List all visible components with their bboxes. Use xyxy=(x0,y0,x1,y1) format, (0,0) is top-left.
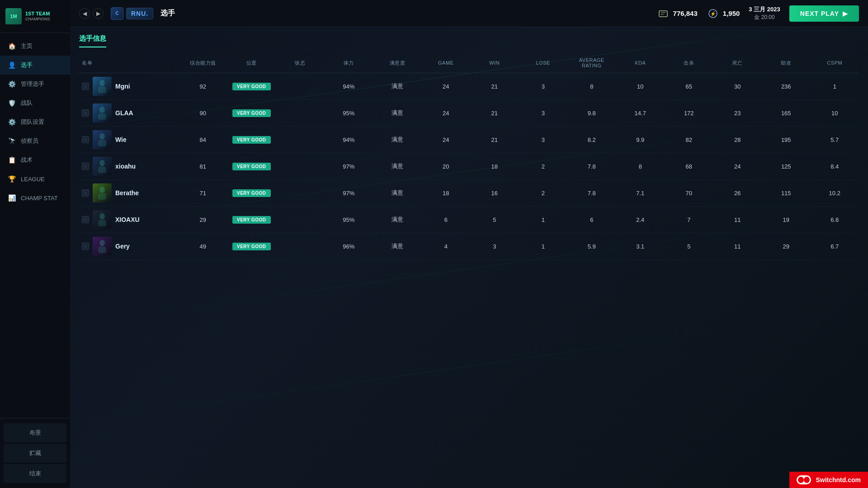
sidebar-item-home[interactable]: 🏠主页 xyxy=(0,37,70,56)
cell-3-0: 94% xyxy=(325,73,373,100)
player-name-cell-1: - GLAA xyxy=(79,100,179,127)
bottom-btn-quit[interactable]: 结束 xyxy=(4,464,66,483)
cell-13-4: 10.2 xyxy=(811,180,859,206)
header-stats: 776,843 ⚡ 1,950 3 三月 2023 金 20:00 NEXT P… xyxy=(657,5,859,22)
cell-13-2: 5.7 xyxy=(811,127,859,153)
cell-11-2: 28 xyxy=(713,127,762,153)
player-name-text-4: Berathe xyxy=(115,189,139,197)
back-button[interactable]: ◀ xyxy=(79,8,90,19)
cell-12-2: 195 xyxy=(762,127,811,153)
cell-7-6: 1 xyxy=(519,233,568,260)
cell-4-2: 满意 xyxy=(373,127,422,153)
cell-11-4: 26 xyxy=(713,180,762,206)
nav-label-champ-stat: CHAMP STAT xyxy=(21,195,58,202)
col-header-7: WIN xyxy=(470,53,519,73)
sidebar-item-players[interactable]: 👤选手 xyxy=(0,56,70,75)
cell-2-1 xyxy=(276,100,325,127)
player-avatar-2 xyxy=(93,130,112,149)
player-name-text-0: Mgni xyxy=(115,83,130,90)
next-play-button[interactable]: NEXT PLAY ▶ xyxy=(789,5,859,22)
bottom-btn-hide[interactable]: 贮藏 xyxy=(4,444,66,463)
cell-9-5: 2.4 xyxy=(616,206,665,233)
table-row[interactable]: - xioahu81VERY GOOD97%满意201827.886824125… xyxy=(79,153,859,180)
cell-6-2: 21 xyxy=(470,127,519,153)
sidebar-item-manage[interactable]: ⚙️管理选手 xyxy=(0,75,70,94)
sidebar-item-team-settings[interactable]: ⚙️团队设置 xyxy=(0,113,70,131)
player-name-cell-2: - Wie xyxy=(79,127,179,153)
cell-8-2: 8.2 xyxy=(567,127,616,153)
cell-10-2: 82 xyxy=(665,127,713,153)
cell-13-5: 6.8 xyxy=(811,206,859,233)
currency-value: 776,843 xyxy=(673,9,698,17)
nav-label-tactics: 战术 xyxy=(21,156,33,164)
table-row[interactable]: - Wie84VERY GOOD94%满意242138.29.982281955… xyxy=(79,127,859,153)
col-header-9: AVERAGE RATING xyxy=(567,53,616,73)
cell-4-1: 满意 xyxy=(373,100,422,127)
rank-badge-4: - xyxy=(82,189,89,197)
sidebar-item-league[interactable]: 🏆LEAGUE xyxy=(0,169,70,188)
sidebar-item-champ-stat[interactable]: 📊CHAMP STAT xyxy=(0,188,70,207)
player-avatar-4 xyxy=(93,183,112,202)
status-badge-5: VERY GOOD xyxy=(232,216,271,224)
col-header-5: 满意度 xyxy=(373,53,422,73)
cell-5-5: 6 xyxy=(422,206,471,233)
cell-5-4: 18 xyxy=(422,180,471,206)
table-row[interactable]: - Berathe71VERY GOOD97%满意181627.87.17026… xyxy=(79,180,859,206)
cell-5-0: 24 xyxy=(422,73,471,100)
col-header-12: 死亡 xyxy=(713,53,762,73)
cell-12-0: 236 xyxy=(762,73,811,100)
nav-icon-team-settings: ⚙️ xyxy=(7,117,16,127)
cell-13-0: 1 xyxy=(811,73,859,100)
col-header-6: GAME xyxy=(422,53,471,73)
bottom-btn-layout[interactable]: 布景 xyxy=(4,423,66,442)
cell-9-0: 10 xyxy=(616,73,665,100)
cell-9-4: 7.1 xyxy=(616,180,665,206)
cell-8-3: 7.8 xyxy=(567,153,616,180)
switch-circle-right xyxy=(804,477,810,483)
nav-label-home: 主页 xyxy=(21,42,33,50)
cell-2-2 xyxy=(276,127,325,153)
logo-icon: 1M xyxy=(5,8,22,24)
rank-badge-5: - xyxy=(82,216,89,223)
cell-8-1: 9.8 xyxy=(567,100,616,127)
cell-5-1: 24 xyxy=(422,100,471,127)
tokens-block: ⚡ 1,950 xyxy=(707,7,740,20)
section-title: 选手信息 xyxy=(79,34,106,47)
nav-icon-players: 👤 xyxy=(7,61,16,70)
cell-7-3: 2 xyxy=(519,153,568,180)
cell-0-4: 71 xyxy=(179,180,227,206)
cell-13-6: 6.7 xyxy=(811,233,859,260)
cell-3-4: 97% xyxy=(325,180,373,206)
forward-button[interactable]: ▶ xyxy=(93,8,104,19)
main-content: ◀ ▶ C RNU. 选手 776,843 ⚡ 1,950 xyxy=(70,0,868,488)
status-cell-2: VERY GOOD xyxy=(227,127,276,153)
cell-5-3: 20 xyxy=(422,153,471,180)
sidebar-item-tactics[interactable]: 📋战术 xyxy=(0,150,70,169)
nav-arrows: ◀ ▶ xyxy=(79,8,104,19)
cell-7-2: 3 xyxy=(519,127,568,153)
cell-10-3: 68 xyxy=(665,153,713,180)
player-table: 名单综合能力值位置状态体力满意度GAMEWINLOSEAVERAGE RATIN… xyxy=(79,53,859,260)
cell-2-5 xyxy=(276,206,325,233)
nav-label-scout: 侦察员 xyxy=(21,137,38,145)
col-header-10: KDA xyxy=(616,53,665,73)
cell-0-0: 92 xyxy=(179,73,227,100)
section-header: 选手信息 xyxy=(70,27,868,47)
sidebar-item-scout[interactable]: 🔭侦察员 xyxy=(0,131,70,150)
date-block: 3 三月 2023 金 20:00 xyxy=(749,5,780,21)
table-row[interactable]: - Mgni92VERY GOOD94%满意2421381065302361 xyxy=(79,73,859,100)
cell-9-2: 9.9 xyxy=(616,127,665,153)
table-row[interactable]: - GLAA90VERY GOOD95%满意242139.814.7172231… xyxy=(79,100,859,127)
status-cell-6: VERY GOOD xyxy=(227,233,276,260)
player-name-cell-5: - XIOAXU xyxy=(79,206,179,233)
cell-12-5: 19 xyxy=(762,206,811,233)
table-row[interactable]: - XIOAXU29VERY GOOD95%满意65162.4711196.8 xyxy=(79,206,859,233)
table-row[interactable]: - Gery49VERY GOOD96%满意4315.93.1511296.7 xyxy=(79,233,859,260)
nav-label-team: 战队 xyxy=(21,99,33,107)
col-header-2: 位置 xyxy=(227,53,276,73)
cell-6-3: 18 xyxy=(470,153,519,180)
cell-9-6: 3.1 xyxy=(616,233,665,260)
sidebar-item-team[interactable]: 🛡️战队 xyxy=(0,94,70,113)
cell-8-4: 7.8 xyxy=(567,180,616,206)
org-name: RNU. xyxy=(126,8,153,19)
